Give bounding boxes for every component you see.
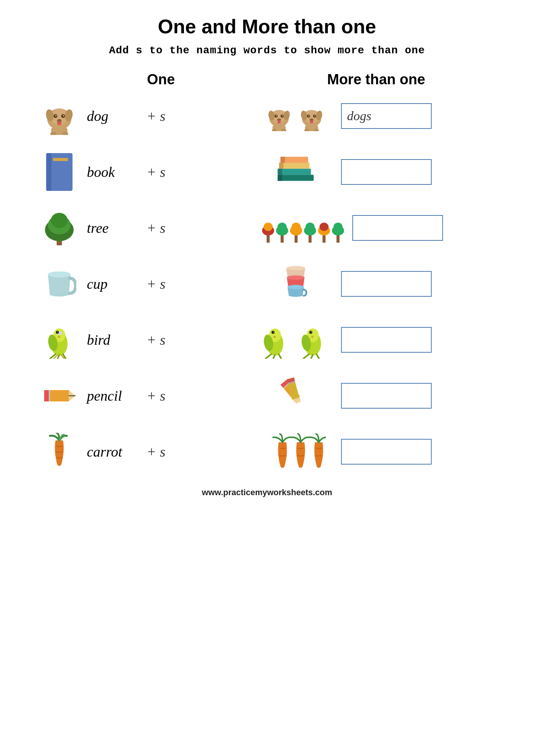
svg-point-89 bbox=[273, 332, 274, 332]
plus-s-dog: + s bbox=[147, 108, 165, 124]
svg-point-72 bbox=[48, 271, 71, 277]
plus-s-bird: + s bbox=[147, 332, 165, 348]
one-icon-dog bbox=[39, 95, 80, 137]
svg-point-59 bbox=[278, 223, 287, 231]
svg-point-75 bbox=[287, 285, 304, 290]
svg-rect-66 bbox=[323, 234, 326, 243]
svg-point-19 bbox=[276, 115, 277, 116]
svg-point-94 bbox=[311, 332, 312, 332]
svg-point-73 bbox=[286, 266, 305, 271]
svg-rect-63 bbox=[309, 234, 312, 243]
svg-rect-98 bbox=[49, 390, 50, 401]
svg-rect-41 bbox=[53, 158, 68, 161]
one-icon-book bbox=[39, 151, 80, 193]
left-side-bird: bird + s bbox=[31, 319, 243, 361]
left-side-tree: tree + s bbox=[31, 207, 243, 249]
one-icon-pencil bbox=[39, 375, 80, 417]
word-label-book: book bbox=[87, 164, 140, 180]
row-tree: tree + s bbox=[31, 203, 503, 253]
left-side-book: book + s bbox=[31, 151, 243, 193]
svg-point-56 bbox=[264, 223, 273, 231]
right-side-pencil bbox=[243, 377, 503, 415]
svg-rect-40 bbox=[47, 153, 51, 191]
svg-point-68 bbox=[319, 223, 329, 231]
row-book: book + s bbox=[31, 147, 503, 197]
website-footer: www.practicemyworksheets.com bbox=[202, 488, 332, 497]
svg-point-33 bbox=[315, 115, 315, 116]
subtitle: Add s to the naming words to show more t… bbox=[109, 45, 425, 56]
svg-point-93 bbox=[309, 331, 312, 334]
column-one-header: One bbox=[40, 71, 259, 88]
svg-point-8 bbox=[57, 119, 62, 122]
svg-point-65 bbox=[306, 223, 315, 231]
answer-box-pencil[interactable] bbox=[341, 383, 432, 409]
one-icon-cup bbox=[39, 263, 80, 305]
svg-point-74 bbox=[287, 276, 305, 280]
right-side-bird bbox=[243, 321, 503, 359]
row-bird: bird + s bbox=[31, 315, 503, 364]
svg-point-21 bbox=[277, 118, 281, 121]
plus-s-tree: + s bbox=[147, 220, 165, 236]
row-pencil: pencil + s bbox=[31, 371, 503, 420]
many-icons-cup bbox=[258, 265, 333, 303]
svg-point-6 bbox=[56, 115, 57, 116]
one-icon-bird bbox=[39, 319, 80, 361]
svg-point-81 bbox=[56, 331, 59, 334]
column-many-header: More than one bbox=[259, 71, 494, 88]
row-carrot: carrot + s bbox=[31, 427, 503, 476]
rows-container: dog + s bbox=[31, 91, 503, 476]
page-title: One and More than one bbox=[158, 15, 376, 38]
many-icons-book bbox=[258, 153, 333, 191]
svg-rect-45 bbox=[278, 169, 282, 175]
svg-rect-46 bbox=[279, 163, 310, 169]
left-side-cup: cup + s bbox=[31, 263, 243, 305]
answer-box-tree[interactable] bbox=[352, 215, 443, 241]
row-dog: dog + s bbox=[31, 91, 503, 141]
svg-point-71 bbox=[333, 223, 343, 231]
word-label-carrot: carrot bbox=[87, 443, 140, 460]
left-side-dog: dog + s bbox=[31, 95, 243, 137]
answer-box-dog[interactable]: dogs bbox=[341, 103, 432, 129]
right-side-tree bbox=[243, 211, 503, 245]
many-icons-carrot bbox=[258, 433, 333, 471]
word-label-bird: bird bbox=[87, 332, 140, 348]
svg-rect-69 bbox=[336, 234, 340, 243]
svg-point-53 bbox=[51, 213, 68, 228]
svg-point-7 bbox=[63, 115, 64, 116]
answer-box-cup[interactable] bbox=[341, 271, 432, 297]
word-label-dog: dog bbox=[87, 108, 140, 124]
word-label-tree: tree bbox=[87, 220, 140, 236]
svg-point-34 bbox=[310, 118, 313, 121]
plus-s-pencil: + s bbox=[147, 387, 165, 404]
svg-rect-47 bbox=[279, 163, 284, 169]
answer-box-carrot[interactable] bbox=[341, 439, 432, 465]
word-label-cup: cup bbox=[87, 276, 140, 292]
right-side-dog: dogs bbox=[243, 101, 503, 131]
many-icons-tree bbox=[258, 211, 345, 245]
svg-rect-60 bbox=[295, 234, 298, 243]
svg-rect-97 bbox=[44, 390, 49, 401]
answer-box-book[interactable] bbox=[341, 159, 432, 185]
answer-box-bird[interactable] bbox=[341, 327, 432, 353]
word-label-pencil: pencil bbox=[87, 387, 140, 404]
row-cup: cup + s bbox=[31, 259, 503, 308]
svg-point-82 bbox=[57, 332, 58, 332]
svg-rect-57 bbox=[281, 234, 284, 243]
svg-point-62 bbox=[292, 223, 301, 231]
svg-rect-42 bbox=[278, 175, 313, 181]
svg-rect-43 bbox=[278, 175, 282, 181]
svg-point-80 bbox=[59, 331, 62, 335]
plus-s-carrot: + s bbox=[147, 443, 165, 460]
svg-point-20 bbox=[282, 115, 283, 116]
plus-s-cup: + s bbox=[147, 276, 165, 292]
right-side-carrot bbox=[243, 433, 503, 471]
left-side-carrot: carrot + s bbox=[31, 431, 243, 472]
svg-point-32 bbox=[309, 115, 309, 116]
svg-point-88 bbox=[272, 331, 275, 334]
many-icons-bird bbox=[258, 321, 333, 359]
right-side-cup bbox=[243, 265, 503, 303]
many-icons-dog bbox=[258, 101, 333, 131]
right-side-book bbox=[243, 153, 503, 191]
left-side-pencil: pencil + s bbox=[31, 375, 243, 417]
plus-s-book: + s bbox=[147, 164, 165, 180]
